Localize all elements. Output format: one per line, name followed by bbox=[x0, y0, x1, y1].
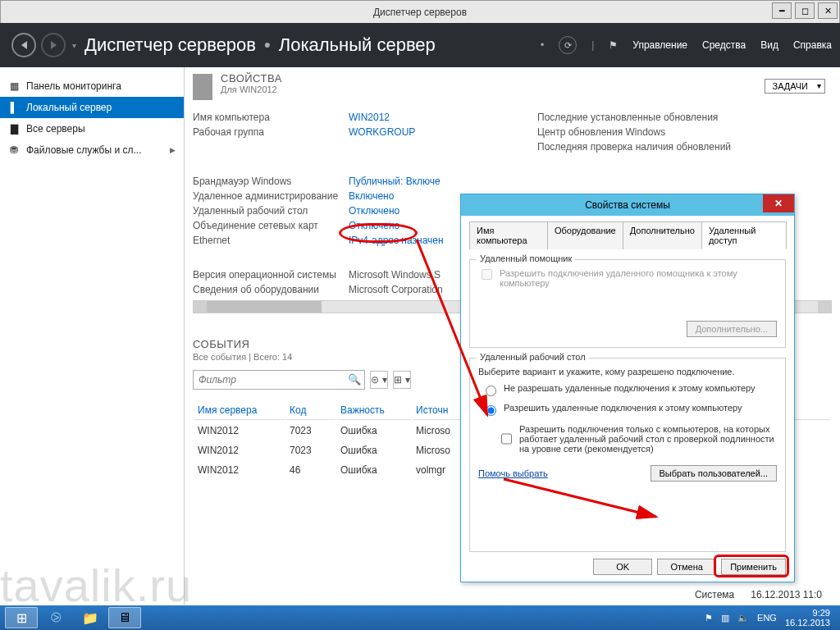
tab-remote[interactable]: Удаленный доступ bbox=[701, 221, 787, 249]
powershell-icon: ⧁ bbox=[51, 610, 62, 625]
nla-checkbox[interactable]: Разрешить подключения только с компьютер… bbox=[498, 424, 777, 454]
tray-network-icon[interactable]: ▥ bbox=[721, 613, 729, 623]
flag-icon[interactable]: ⚑ bbox=[609, 39, 618, 51]
folder-icon: 📁 bbox=[82, 610, 98, 626]
task-explorer[interactable]: 📁 bbox=[74, 607, 107, 628]
rd-prompt: Выберите вариант и укажите, кому разреше… bbox=[478, 367, 777, 377]
breadcrumb-separator-icon: • bbox=[264, 34, 271, 56]
prop-label: Удаленный рабочий стол bbox=[193, 205, 349, 217]
app-header: ▾ Диспетчер серверов • Локальный сервер … bbox=[0, 23, 840, 67]
files-icon: ⛃ bbox=[8, 144, 20, 156]
col-server[interactable]: Имя сервера bbox=[194, 401, 285, 420]
prop-label: Удаленное администрирование bbox=[193, 190, 349, 202]
ok-button[interactable]: OK bbox=[593, 559, 652, 575]
nav-dropdown-icon[interactable]: ▾ bbox=[72, 41, 76, 50]
breadcrumb-root[interactable]: Диспетчер серверов bbox=[84, 34, 256, 56]
group-remote-desktop: Удаленный рабочий стол Выберите вариант … bbox=[469, 358, 786, 552]
maximize-button[interactable]: ◻ bbox=[795, 2, 815, 19]
menu-view[interactable]: Вид bbox=[760, 39, 778, 51]
minimize-button[interactable]: ━ bbox=[772, 2, 792, 19]
checkbox-input[interactable] bbox=[501, 427, 512, 451]
prop-label: Брандмауэр Windows bbox=[193, 176, 349, 187]
prop-label: Ethernet bbox=[193, 235, 349, 246]
prop-value-workgroup[interactable]: WORKGROUP bbox=[349, 126, 537, 138]
dialog-close-button[interactable]: ✕ bbox=[763, 194, 794, 212]
prop-label: Сведения об оборудовании bbox=[193, 284, 349, 295]
nav-back-button[interactable] bbox=[11, 33, 36, 57]
filter-tag-button[interactable]: ⊞ ▾ bbox=[393, 371, 411, 389]
window-title: Диспетчер серверов bbox=[373, 7, 467, 18]
prop-right: Центр обновления Windows bbox=[537, 126, 832, 138]
tasks-button[interactable]: ЗАДАЧИ bbox=[765, 79, 825, 94]
nav-forward-button[interactable] bbox=[41, 33, 66, 57]
help-choose-link[interactable]: Помочь выбрать bbox=[478, 468, 548, 478]
filter-input[interactable] bbox=[194, 371, 333, 389]
col-severity[interactable]: Важность bbox=[337, 401, 411, 420]
search-icon[interactable]: 🔍 bbox=[348, 373, 361, 386]
ra-advanced-button[interactable]: Дополнительно... bbox=[687, 321, 777, 337]
task-server-manager[interactable]: ⊞ bbox=[5, 607, 38, 628]
close-button[interactable]: ✕ bbox=[818, 2, 838, 19]
prop-label: Рабочая группа bbox=[193, 126, 349, 138]
menu-manage[interactable]: Управление bbox=[632, 39, 687, 51]
properties-icon bbox=[193, 74, 212, 100]
tray-lang[interactable]: ENG bbox=[757, 613, 777, 623]
radio-input[interactable] bbox=[486, 405, 496, 416]
group-legend: Удаленный рабочий стол bbox=[477, 352, 589, 362]
prop-label: Имя компьютера bbox=[193, 112, 349, 123]
radio-input[interactable] bbox=[486, 386, 496, 396]
menu-tools[interactable]: Средства bbox=[702, 39, 746, 51]
properties-subheading: Для WIN2012 bbox=[221, 84, 282, 94]
window-titlebar: Диспетчер серверов ━ ◻ ✕ bbox=[0, 0, 840, 23]
extra-col-system: Система bbox=[695, 589, 734, 600]
refresh-icon[interactable]: ⟳ bbox=[559, 36, 577, 54]
server-manager-icon: ⊞ bbox=[16, 610, 27, 626]
dialog-titlebar: Свойства системы ✕ bbox=[461, 194, 794, 216]
radio-deny[interactable]: Не разрешать удаленные подключения к это… bbox=[482, 383, 777, 396]
monitor-icon: 🖥 bbox=[118, 610, 131, 625]
sidebar-item-file-services[interactable]: ⛃ Файловые службы и сл... ▶ bbox=[0, 139, 184, 161]
ra-allow-checkbox[interactable]: Разрешить подключения удаленного помощни… bbox=[478, 268, 777, 288]
tray-flag-icon[interactable]: ⚑ bbox=[705, 613, 713, 623]
checkbox-input[interactable] bbox=[482, 269, 492, 280]
dialog-tabs: Имя компьютера Оборудование Дополнительн… bbox=[469, 221, 786, 249]
tab-computer-name[interactable]: Имя компьютера bbox=[469, 221, 548, 249]
sidebar-item-local-server[interactable]: ▌ Локальный сервер bbox=[0, 97, 184, 118]
sidebar-item-all-servers[interactable]: ▇ Все серверы bbox=[0, 118, 184, 139]
cancel-button[interactable]: Отмена bbox=[657, 559, 716, 575]
task-powershell[interactable]: ⧁ bbox=[39, 607, 72, 628]
breadcrumb: Диспетчер серверов • Локальный сервер bbox=[84, 34, 436, 56]
menu-help[interactable]: Справка bbox=[793, 39, 832, 51]
tray-sound-icon[interactable]: 🔈 bbox=[737, 613, 749, 623]
tray-clock[interactable]: 9:29 16.12.2013 bbox=[785, 608, 830, 628]
sidebar-item-label: Локальный сервер bbox=[26, 102, 112, 113]
chevron-right-icon: ▶ bbox=[170, 146, 176, 154]
col-code[interactable]: Код bbox=[286, 401, 336, 420]
breadcrumb-leaf[interactable]: Локальный сервер bbox=[279, 34, 436, 56]
prop-value-computer-name[interactable]: WIN2012 bbox=[349, 112, 537, 123]
sidebar-item-dashboard[interactable]: ▦ Панель мониторинга bbox=[0, 75, 184, 97]
dashboard-icon: ▦ bbox=[8, 80, 20, 92]
properties-heading: СВОЙСТВА bbox=[221, 72, 282, 84]
filter-category-button[interactable]: ⊜ ▾ bbox=[370, 371, 388, 389]
radio-allow[interactable]: Разрешить удаленные подключения к этому … bbox=[482, 403, 777, 416]
system-properties-dialog: Свойства системы ✕ Имя компьютера Оборуд… bbox=[460, 194, 795, 582]
prop-right: Последние установленные обновления bbox=[537, 112, 832, 123]
group-remote-assistance: Удаленный помощник Разрешить подключения… bbox=[469, 259, 786, 348]
tab-hardware[interactable]: Оборудование bbox=[547, 221, 623, 249]
select-users-button[interactable]: Выбрать пользователей... bbox=[651, 465, 778, 482]
task-system-properties[interactable]: 🖥 bbox=[108, 607, 141, 628]
taskbar: ⊞ ⧁ 📁 🖥 ⚑ ▥ 🔈 ENG 9:29 16.12.2013 bbox=[0, 605, 840, 630]
events-filter[interactable]: 🔍 bbox=[193, 370, 365, 390]
server-icon: ▌ bbox=[8, 102, 20, 113]
apply-button[interactable]: Применить bbox=[721, 559, 786, 575]
sidebar-item-label: Панель мониторинга bbox=[26, 80, 121, 92]
sidebar: ▦ Панель мониторинга ▌ Локальный сервер … bbox=[0, 67, 185, 605]
prop-right: Последняя проверка наличия обновлений bbox=[537, 141, 832, 153]
group-legend: Удаленный помощник bbox=[477, 253, 575, 263]
prop-label: Версия операционной системы bbox=[193, 269, 349, 281]
tab-advanced[interactable]: Дополнительно bbox=[623, 221, 702, 249]
sidebar-item-label: Файловые службы и сл... bbox=[26, 144, 142, 156]
extra-col-time: 16.12.2013 11:0 bbox=[751, 589, 822, 600]
prop-value-firewall[interactable]: Публичный: Включе bbox=[349, 176, 537, 187]
